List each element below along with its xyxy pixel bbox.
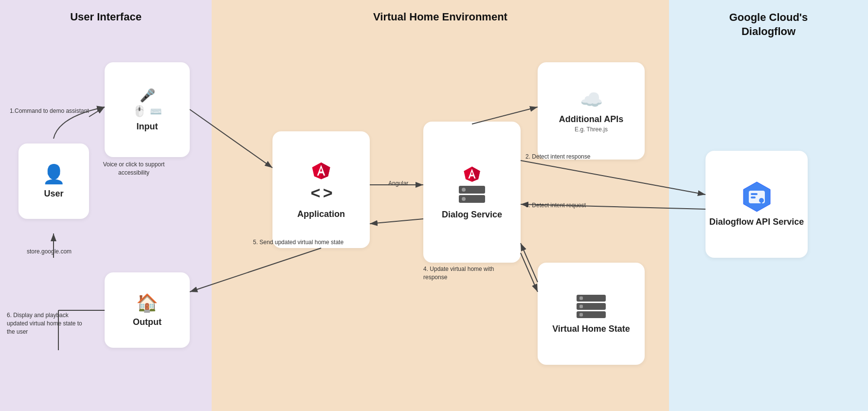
dialogflow-label: Dialogflow API Service [709,216,804,228]
ui-title: User Interface [0,11,212,23]
output-label: Output [133,317,162,327]
vhe-title: Virtual Home Environment [212,11,669,23]
output-box: 🏠 Output [105,272,190,348]
additional-apis-label: Additional APIs [559,114,623,125]
additional-apis-sub: E.g. Three.js [575,126,608,133]
command-label: 1.Command to demo assistant [10,107,89,115]
dialogflow-box: Dialogflow API Service [705,151,808,258]
update-home-label: 4. Update virtual home with response [423,265,511,282]
svg-rect-12 [751,197,756,198]
dialogflow-icon [741,181,773,213]
input-label: Input [137,122,158,132]
virtual-home-state-label: Virtual Home State [552,324,630,335]
dialog-service-box: Dialog Service [423,122,521,263]
home-icon: 🏠 [136,293,158,313]
detect-response-label: 2. Detect intent response [525,153,590,160]
input-box: 🎤 🖱️ ⌨️ Input [105,62,190,157]
store-label: store.google.com [27,248,72,255]
angular-label: Angular [388,180,408,187]
user-icon: 👤 [42,163,65,185]
user-label: User [44,189,63,199]
application-box: < > Application [272,131,370,248]
send-state-label: 5. Send updated virtual home state [253,238,350,247]
gcd-title: Google Cloud'sDialogflow [669,11,868,38]
additional-apis-box: ☁️ Additional APIs E.g. Three.js [538,62,645,160]
user-box: 👤 User [18,143,89,219]
mic-icon: 🎤 [140,88,155,103]
detect-request-label: 3. Detect intent request [525,202,586,209]
keyboard-icon: ⌨️ [150,106,162,117]
angular-icon [311,160,331,180]
voice-label: Voice or click to support accessibility [97,161,170,177]
dialog-service-label: Dialog Service [442,210,502,220]
application-label: Application [297,209,345,219]
angular-icon-2 [463,164,481,183]
server-icon [459,186,485,203]
database-icon [577,295,606,318]
mouse-icon: 🖱️ [133,105,146,118]
svg-rect-11 [751,193,758,195]
virtual-home-state-box: Virtual Home State [538,263,645,365]
cloud-icon: ☁️ [580,89,603,110]
display-label: 6. Display and playback updated virtual … [7,311,85,336]
svg-point-13 [759,198,764,203]
